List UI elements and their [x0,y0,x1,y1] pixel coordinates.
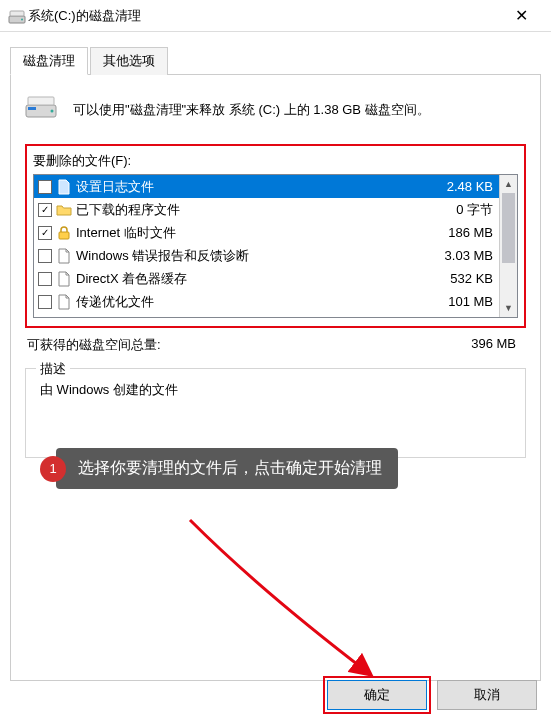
description-legend: 描述 [36,360,70,378]
description-group: 描述 由 Windows 创建的文件 [25,368,526,458]
tab-other[interactable]: 其他选项 [90,47,168,75]
files-group-label: 要删除的文件(F): [33,152,518,170]
file-name: 传递优化文件 [76,293,444,311]
drive-icon [8,8,24,24]
doc-icon [56,179,72,195]
file-name: 设置日志文件 [76,178,443,196]
file-size: 0 字节 [456,201,493,219]
file-name: DirectX 着色器缓存 [76,270,446,288]
total-row: 可获得的磁盘空间总量: 396 MB [25,336,526,354]
description-text: 由 Windows 创建的文件 [40,381,511,399]
file-size: 2.48 KB [447,179,493,194]
file-name: Internet 临时文件 [76,224,444,242]
disk-cleanup-icon [25,93,59,126]
tab-cleanup[interactable]: 磁盘清理 [10,47,88,75]
lock-icon [56,225,72,241]
svg-point-1 [21,18,23,20]
file-checkbox[interactable] [38,203,52,217]
window-title: 系统(C:)的磁盘清理 [24,7,499,25]
content: 磁盘清理 其他选项 可以使用"磁盘清理"来释放 系统 (C:) 上的 1.38 … [0,32,551,681]
folder-icon [56,202,72,218]
svg-rect-6 [28,97,54,105]
button-bar: 确定 取消 [327,680,537,710]
doc-icon [56,248,72,264]
tab-panel: 可以使用"磁盘清理"来释放 系统 (C:) 上的 1.38 GB 磁盘空间。 要… [10,75,541,681]
cancel-button[interactable]: 取消 [437,680,537,710]
file-row[interactable]: 设置日志文件2.48 KB [34,175,499,198]
file-checkbox[interactable] [38,272,52,286]
doc-icon [56,271,72,287]
file-row[interactable]: Windows 错误报告和反馈诊断3.03 MB [34,244,499,267]
svg-rect-7 [59,232,69,239]
file-list-wrap: 设置日志文件2.48 KB已下载的程序文件0 字节Internet 临时文件18… [33,174,518,318]
file-list[interactable]: 设置日志文件2.48 KB已下载的程序文件0 字节Internet 临时文件18… [34,175,499,317]
file-row[interactable]: 传递优化文件101 MB [34,290,499,313]
total-value: 396 MB [471,336,516,354]
titlebar: 系统(C:)的磁盘清理 ✕ [0,0,551,32]
file-size: 101 MB [448,294,493,309]
ok-button[interactable]: 确定 [327,680,427,710]
total-label: 可获得的磁盘空间总量: [27,336,161,354]
files-group: 要删除的文件(F): 设置日志文件2.48 KB已下载的程序文件0 字节Inte… [25,144,526,328]
file-checkbox[interactable] [38,295,52,309]
file-checkbox[interactable] [38,180,52,194]
scroll-track[interactable] [500,193,517,299]
info-text: 可以使用"磁盘清理"来释放 系统 (C:) 上的 1.38 GB 磁盘空间。 [73,101,430,119]
svg-rect-2 [10,11,24,16]
file-row[interactable]: DirectX 着色器缓存532 KB [34,267,499,290]
annotation-text: 选择你要清理的文件后，点击确定开始清理 [56,448,398,489]
annotation-callout: 1 选择你要清理的文件后，点击确定开始清理 [40,448,398,489]
file-size: 186 MB [448,225,493,240]
file-size: 532 KB [450,271,493,286]
scrollbar[interactable]: ▲ ▼ [499,175,517,317]
file-name: Windows 错误报告和反馈诊断 [76,247,441,265]
svg-point-5 [51,110,54,113]
tab-strip: 磁盘清理 其他选项 [10,46,541,75]
file-size: 3.03 MB [445,248,493,263]
annotation-badge: 1 [40,456,66,482]
doc-icon [56,294,72,310]
file-checkbox[interactable] [38,249,52,263]
svg-rect-4 [28,107,36,110]
file-row[interactable]: 已下载的程序文件0 字节 [34,198,499,221]
info-row: 可以使用"磁盘清理"来释放 系统 (C:) 上的 1.38 GB 磁盘空间。 [25,93,526,126]
scroll-down-icon[interactable]: ▼ [500,299,517,317]
file-name: 已下载的程序文件 [76,201,452,219]
file-checkbox[interactable] [38,226,52,240]
file-row[interactable]: Internet 临时文件186 MB [34,221,499,244]
scroll-thumb[interactable] [502,193,515,263]
close-icon[interactable]: ✕ [499,1,543,31]
scroll-up-icon[interactable]: ▲ [500,175,517,193]
